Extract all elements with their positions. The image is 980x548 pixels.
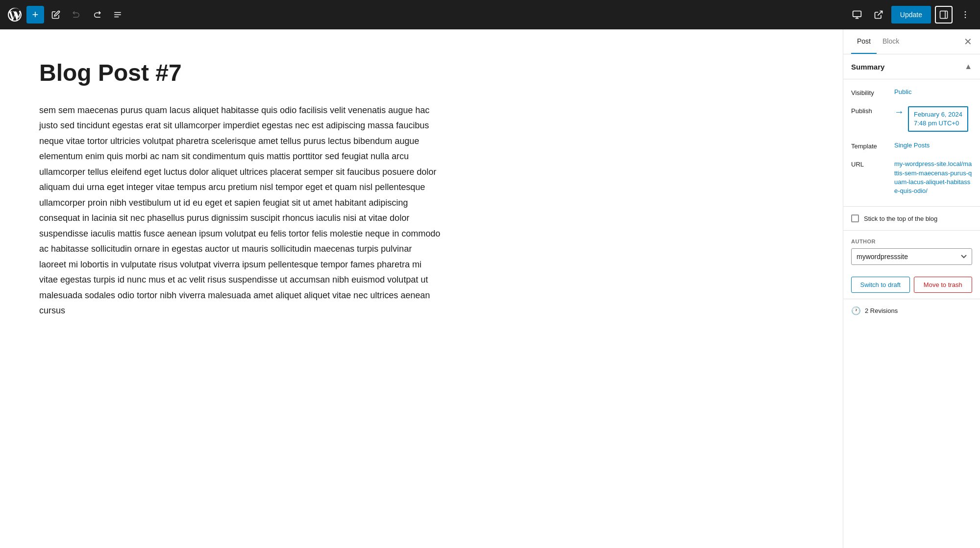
- publish-arrow-icon: →: [894, 106, 904, 118]
- publish-date-line2: 7:48 pm UTC+0: [914, 119, 962, 128]
- template-row: Template Single Posts: [843, 137, 980, 155]
- tab-post[interactable]: Post: [851, 29, 877, 54]
- sidebar-tabs: Post Block ✕: [843, 29, 980, 54]
- svg-point-11: [965, 17, 966, 19]
- list-view-icon: [113, 10, 122, 19]
- summary-title: Summary: [851, 63, 884, 71]
- author-select[interactable]: mywordpresssite: [851, 248, 972, 265]
- sticky-row: Stick to the top of the blog: [843, 209, 980, 228]
- move-to-trash-button[interactable]: Move to trash: [914, 277, 973, 293]
- sticky-label: Stick to the top of the blog: [864, 215, 937, 222]
- undo-icon: [72, 10, 81, 19]
- post-content[interactable]: sem sem maecenas purus quam lacus alique…: [39, 103, 441, 319]
- svg-point-9: [965, 11, 966, 13]
- visibility-value[interactable]: Public: [894, 88, 972, 95]
- summary-rows: Visibility Public Publish → February 6, …: [843, 79, 980, 204]
- desktop-icon: [852, 10, 862, 20]
- wp-logo[interactable]: [6, 6, 24, 24]
- sidebar-close-button[interactable]: ✕: [964, 29, 972, 54]
- svg-rect-3: [853, 11, 861, 17]
- view-mode-button[interactable]: [848, 6, 866, 24]
- visibility-label: Visibility: [851, 88, 890, 96]
- url-row: URL my-wordpress-site.local/mattis-sem-m…: [843, 155, 980, 200]
- toolbar: +: [0, 0, 980, 29]
- pencil-icon: [51, 10, 60, 19]
- main-area: Blog Post #7 sem sem maecenas purus quam…: [0, 29, 980, 548]
- action-buttons: Switch to draft Move to trash: [843, 271, 980, 299]
- revisions-text: 2 Revisions: [865, 307, 898, 314]
- divider-2: [843, 230, 980, 231]
- close-icon: ✕: [964, 36, 972, 48]
- summary-header: Summary ▲: [843, 54, 980, 79]
- url-value[interactable]: my-wordpress-site.local/mattis-sem-maece…: [894, 160, 972, 195]
- post-title[interactable]: Blog Post #7: [39, 59, 804, 87]
- svg-point-10: [965, 14, 966, 16]
- switch-to-draft-button[interactable]: Switch to draft: [851, 277, 910, 293]
- publish-label: Publish: [851, 106, 890, 115]
- wp-logo-icon: [8, 8, 22, 22]
- publish-row: Publish → February 6, 2024 7:48 pm UTC+0: [843, 101, 980, 137]
- update-button[interactable]: Update: [891, 6, 931, 24]
- list-view-button[interactable]: [109, 6, 126, 24]
- publish-date-box[interactable]: February 6, 2024 7:48 pm UTC+0: [908, 106, 968, 132]
- svg-rect-7: [940, 11, 948, 19]
- sidebar: Post Block ✕ Summary ▲ Visibility Public…: [843, 29, 980, 548]
- svg-line-6: [878, 11, 882, 16]
- template-value[interactable]: Single Posts: [894, 142, 972, 149]
- revisions-row[interactable]: 🕐 2 Revisions: [843, 299, 980, 322]
- author-section: AUTHOR mywordpresssite: [843, 233, 980, 271]
- preview-button[interactable]: [870, 6, 887, 24]
- divider-1: [843, 206, 980, 207]
- publish-date-line1: February 6, 2024: [914, 110, 962, 119]
- add-block-button[interactable]: +: [26, 6, 44, 24]
- toolbar-left: +: [6, 6, 126, 24]
- pencil-tool-button[interactable]: [47, 6, 65, 24]
- summary-collapse-button[interactable]: ▲: [964, 62, 972, 71]
- sticky-checkbox[interactable]: [851, 214, 859, 222]
- visibility-row: Visibility Public: [843, 83, 980, 101]
- redo-button[interactable]: [88, 6, 106, 24]
- toolbar-right: Update: [848, 6, 974, 24]
- sidebar-toggle-icon: [939, 10, 948, 19]
- url-label: URL: [851, 160, 890, 168]
- author-section-label: AUTHOR: [851, 238, 972, 244]
- redo-icon: [93, 10, 101, 19]
- more-options-button[interactable]: [956, 6, 974, 24]
- more-options-icon: [960, 10, 970, 20]
- sidebar-toggle-button[interactable]: [935, 6, 953, 24]
- undo-button[interactable]: [68, 6, 85, 24]
- external-link-icon: [874, 10, 883, 20]
- template-label: Template: [851, 142, 890, 150]
- revisions-icon: 🕐: [851, 306, 861, 315]
- editor[interactable]: Blog Post #7 sem sem maecenas purus quam…: [0, 29, 843, 548]
- tab-block[interactable]: Block: [877, 29, 905, 54]
